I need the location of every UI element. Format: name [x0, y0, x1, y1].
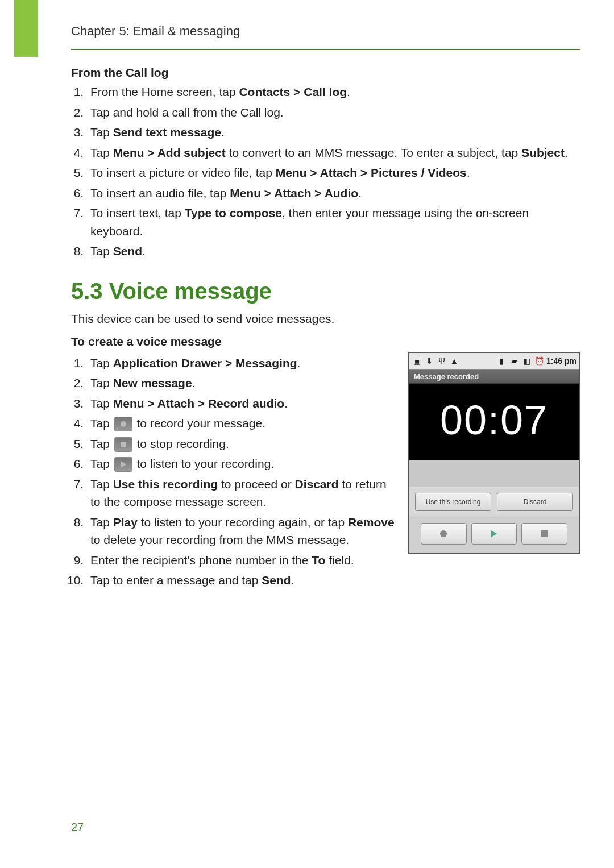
section-b-steps: Tap Application Drawer > Messaging. Tap … [71, 354, 395, 589]
play-button[interactable] [471, 523, 517, 545]
download-icon: ⬇ [424, 356, 434, 366]
play-icon [114, 457, 132, 472]
usb-icon: Ψ [437, 356, 447, 366]
list-item: Tap Menu > Add subject to convert to an … [87, 144, 580, 162]
discard-button[interactable]: Discard [497, 493, 573, 511]
two-col-row: Tap Application Drawer > Messaging. Tap … [71, 352, 580, 595]
stop-icon [541, 530, 548, 537]
content-area: From the Call log From the Home screen, … [71, 58, 580, 595]
play-icon [491, 530, 497, 537]
list-item: Tap New message. [87, 374, 395, 392]
timer-value: 00:07 [409, 400, 579, 441]
list-item: Tap Use this recording to proceed or Dis… [87, 475, 395, 511]
screen-title: Message recorded [409, 369, 579, 384]
list-item: Tap Menu > Attach > Record audio. [87, 394, 395, 413]
section-a-heading: From the Call log [71, 66, 580, 80]
phone-column: ▣ ⬇ Ψ ▲ ▮ ▰ ◧ ⏰ 1:46 pm Message recorded [408, 352, 580, 554]
page: Chapter 5: Email & messaging From the Ca… [0, 0, 614, 868]
page-number: 27 [71, 821, 84, 834]
section-b-title: 5.3 Voice message [71, 279, 580, 304]
list-item: Tap and hold a call from the Call log. [87, 103, 580, 122]
status-time: 1:46 pm [546, 356, 576, 366]
record-icon [440, 530, 447, 537]
battery-icon: ▮ [496, 356, 507, 366]
waveform [409, 460, 579, 487]
side-tab [14, 0, 38, 57]
record-button[interactable] [421, 523, 467, 545]
list-item: Tap Send text message. [87, 123, 580, 142]
list-item: Tap Play to listen to your recording aga… [87, 513, 395, 549]
stop-icon [114, 437, 132, 452]
warning-icon: ▲ [449, 356, 459, 366]
list-item: Tap to stop recording. [87, 435, 395, 453]
timer-display: 00:07 [409, 384, 579, 460]
signal-icon: ▰ [509, 356, 519, 366]
action-buttons: Use this recording Discard [409, 487, 579, 517]
stop-button[interactable] [521, 523, 567, 545]
list-item: Tap Application Drawer > Messaging. [87, 354, 395, 372]
list-item: Tap to enter a message and tap Send. [87, 571, 395, 589]
list-item: Tap to listen to your recording. [87, 455, 395, 473]
section-a-steps: From the Home screen, tap Contacts > Cal… [71, 83, 580, 260]
alarm-icon: ⏰ [534, 356, 544, 366]
chapter-header: Chapter 5: Email & messaging [71, 24, 580, 50]
use-recording-button[interactable]: Use this recording [415, 493, 491, 511]
list-item: To insert an audio file, tap Menu > Atta… [87, 184, 580, 202]
list-item: To insert a picture or video file, tap M… [87, 164, 580, 182]
section-b-subhead: To create a voice message [71, 335, 580, 348]
steps-column: Tap Application Drawer > Messaging. Tap … [71, 352, 395, 595]
list-item: Tap to record your message. [87, 414, 395, 433]
sdcard-icon: ▣ [412, 356, 422, 366]
list-item: To insert text, tap Type to compose, the… [87, 204, 580, 240]
status-bar: ▣ ⬇ Ψ ▲ ▮ ▰ ◧ ⏰ 1:46 pm [409, 353, 579, 369]
section-b-intro: This device can be used to send voice me… [71, 312, 580, 326]
list-item: Tap Send. [87, 242, 580, 260]
list-item: Enter the recipient's phone number in th… [87, 551, 395, 570]
playback-controls [409, 517, 579, 553]
phone-mock: ▣ ⬇ Ψ ▲ ▮ ▰ ◧ ⏰ 1:46 pm Message recorded [408, 352, 580, 554]
network-icon: ◧ [521, 356, 532, 366]
list-item: From the Home screen, tap Contacts > Cal… [87, 83, 580, 101]
record-icon [114, 417, 132, 431]
